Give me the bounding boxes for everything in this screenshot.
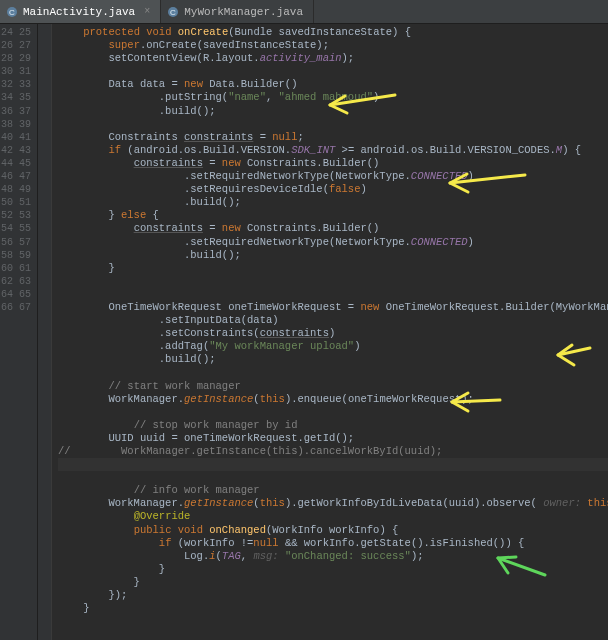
java-class-icon: C [6, 6, 18, 18]
fold-gutter [38, 24, 52, 640]
code-area[interactable]: protected void onCreate(Bundle savedInst… [52, 24, 608, 640]
tab-main-activity[interactable]: C MainActivity.java × [0, 0, 161, 23]
tab-label: MyWorkManager.java [184, 6, 303, 18]
line-numbers-gutter: 24 25 26 27 28 29 30 31 32 33 34 35 36 3… [0, 24, 38, 640]
java-class-icon: C [167, 6, 179, 18]
code-editor[interactable]: 24 25 26 27 28 29 30 31 32 33 34 35 36 3… [0, 24, 608, 640]
svg-text:C: C [9, 8, 15, 17]
editor-tabs: C MainActivity.java × C MyWorkManager.ja… [0, 0, 608, 24]
close-icon[interactable]: × [144, 6, 150, 17]
svg-text:C: C [170, 8, 176, 17]
tab-my-work-manager[interactable]: C MyWorkManager.java [161, 0, 314, 23]
tab-label: MainActivity.java [23, 6, 135, 18]
